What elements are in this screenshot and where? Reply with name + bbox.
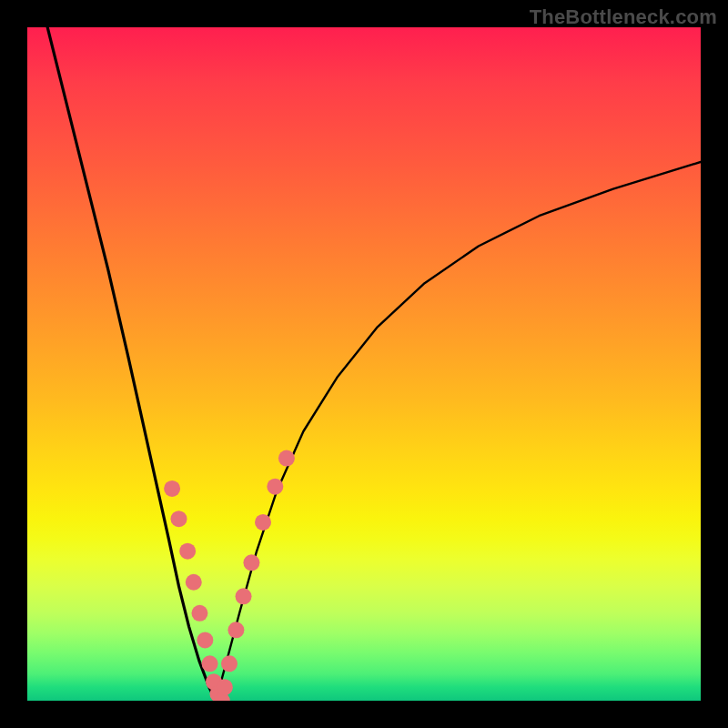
marker-dot: [164, 480, 180, 497]
marker-dot: [221, 655, 238, 672]
watermark-text: TheBottleneck.com: [530, 5, 717, 29]
marker-dot: [243, 554, 259, 571]
marker-dot: [255, 514, 271, 531]
chart-svg: [27, 27, 701, 701]
marker-dot: [267, 479, 283, 495]
marker-dot: [171, 511, 187, 527]
marker-dot: [217, 679, 233, 695]
markers-left-group: [164, 480, 230, 701]
marker-dot: [179, 543, 196, 560]
marker-dot: [186, 574, 202, 591]
markers-right-group: [217, 450, 295, 696]
marker-dot: [236, 588, 252, 604]
marker-dot: [278, 450, 295, 467]
chart-container: TheBottleneck.com: [0, 0, 728, 728]
marker-dot: [191, 605, 207, 622]
marker-dot: [228, 622, 244, 638]
marker-dot: [202, 655, 218, 672]
curve-right: [216, 162, 701, 701]
marker-dot: [197, 632, 213, 648]
left-branch: [47, 27, 216, 701]
curve-left: [47, 27, 216, 701]
plot-area: [27, 27, 701, 701]
right-branch: [216, 162, 701, 701]
